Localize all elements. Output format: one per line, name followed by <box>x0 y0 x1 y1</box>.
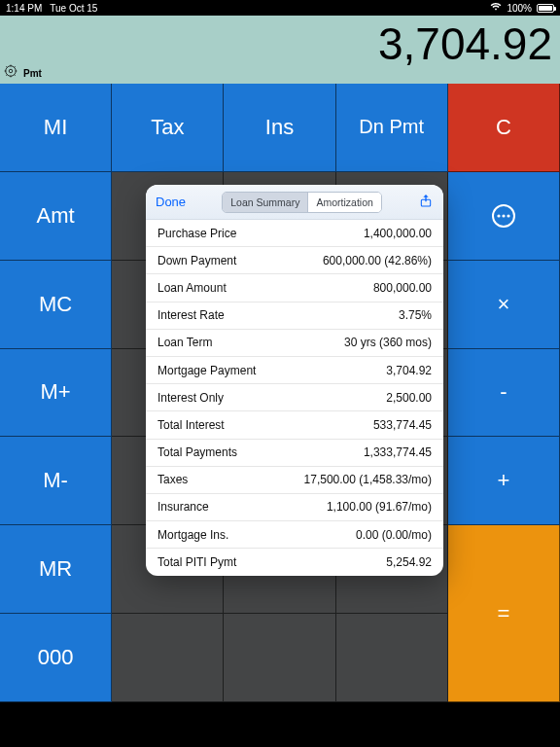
key-more[interactable] <box>448 172 560 261</box>
row-label: Taxes <box>158 473 188 486</box>
bottom-bar <box>0 702 560 747</box>
summary-rows: Purchase Price1,400,000.00 Down Payment6… <box>146 220 443 576</box>
key-plus[interactable]: + <box>448 437 560 525</box>
status-time: 1:14 PM <box>6 3 42 14</box>
table-row: Total Payments1,333,774.45 <box>146 440 443 467</box>
table-row: Loan Term30 yrs (360 mos) <box>146 330 443 357</box>
svg-point-12 <box>502 214 505 217</box>
summary-tabs: Loan Summary Amortization <box>222 192 382 213</box>
row-value: 3.75% <box>399 308 432 322</box>
row-value: 800,000.00 <box>373 281 432 295</box>
svg-point-13 <box>507 214 509 217</box>
share-icon[interactable] <box>418 193 434 212</box>
row-label: Interest Only <box>158 391 224 405</box>
row-value: 2,500.00 <box>386 391 432 405</box>
popover-header: Done Loan Summary Amortization <box>146 185 443 220</box>
row-value: 17,500.00 (1,458.33/mo) <box>304 473 432 486</box>
row-value: 3,704.92 <box>386 364 432 377</box>
key-hidden-r7c3[interactable] <box>224 614 335 702</box>
svg-line-9 <box>6 75 7 76</box>
row-value: 0.00 (0.00/mo) <box>356 528 432 542</box>
row-value: 30 yrs (360 mos) <box>344 336 432 349</box>
row-label: Mortgage Payment <box>158 364 256 377</box>
table-row: Interest Only2,500.00 <box>146 384 443 411</box>
key-multiply[interactable]: × <box>448 261 560 349</box>
battery-percent: 100% <box>507 3 532 14</box>
loan-summary-popover: Done Loan Summary Amortization Purchase … <box>146 185 443 576</box>
key-hidden-r7c2[interactable] <box>112 614 224 702</box>
row-value: 5,254.92 <box>386 555 432 569</box>
row-value: 1,400,000.00 <box>364 227 432 240</box>
table-row: Total PITI Pymt5,254.92 <box>146 549 443 576</box>
battery-icon <box>537 4 554 13</box>
svg-point-11 <box>497 214 500 217</box>
key-amt[interactable]: Amt <box>0 172 112 261</box>
key-mc[interactable]: MC <box>0 261 112 349</box>
row-label: Insurance <box>158 500 209 514</box>
key-ins[interactable]: Ins <box>224 84 335 172</box>
table-row: Purchase Price1,400,000.00 <box>146 220 443 247</box>
key-minus[interactable]: - <box>448 349 560 438</box>
svg-line-8 <box>15 66 16 67</box>
table-row: Insurance1,100.00 (91.67/mo) <box>146 494 443 521</box>
table-row: Down Payment600,000.00 (42.86%) <box>146 247 443 274</box>
mode-label: Pmt <box>23 68 42 79</box>
row-label: Total PITI Pymt <box>158 555 236 569</box>
key-mi[interactable]: MI <box>0 84 112 172</box>
status-bar: 1:14 PM Tue Oct 15 100% <box>0 0 560 16</box>
status-date: Tue Oct 15 <box>50 3 97 14</box>
svg-line-6 <box>6 66 7 67</box>
key-dnpmt[interactable]: Dn Pmt <box>336 84 448 172</box>
key-tax[interactable]: Tax <box>112 84 224 172</box>
key-equals[interactable]: = <box>448 525 560 702</box>
gear-icon[interactable] <box>4 64 18 78</box>
key-mminus[interactable]: M- <box>0 437 112 525</box>
row-label: Purchase Price <box>158 227 236 240</box>
table-row: Mortgage Payment3,704.92 <box>146 357 443 384</box>
app-screen: 1:14 PM Tue Oct 15 100% 3,704.92 Pmt MI … <box>0 0 560 747</box>
table-row: Mortgage Ins.0.00 (0.00/mo) <box>146 521 443 549</box>
row-value: 533,774.45 <box>373 418 432 432</box>
row-label: Interest Rate <box>158 308 225 322</box>
row-label: Down Payment <box>158 254 236 267</box>
svg-point-1 <box>9 69 13 73</box>
row-label: Loan Amount <box>158 281 227 295</box>
done-button[interactable]: Done <box>156 195 186 209</box>
status-right: 100% <box>490 2 554 14</box>
table-row: Interest Rate3.75% <box>146 302 443 330</box>
tab-amortization[interactable]: Amortization <box>307 193 380 212</box>
row-label: Total Interest <box>158 418 225 432</box>
row-label: Loan Term <box>158 336 212 349</box>
row-label: Total Payments <box>158 445 237 459</box>
table-row: Taxes17,500.00 (1,458.33/mo) <box>146 467 443 494</box>
key-mr[interactable]: MR <box>0 525 112 614</box>
table-row: Loan Amount800,000.00 <box>146 274 443 302</box>
row-value: 600,000.00 (42.86%) <box>323 254 432 267</box>
wifi-icon <box>490 2 502 14</box>
row-value: 1,333,774.45 <box>364 445 432 459</box>
svg-line-7 <box>15 75 16 76</box>
key-clear[interactable]: C <box>448 84 560 172</box>
calculator-display: 3,704.92 Pmt <box>0 16 560 84</box>
row-value: 1,100.00 (91.67/mo) <box>327 500 432 514</box>
row-label: Mortgage Ins. <box>158 528 228 542</box>
tab-loan-summary[interactable]: Loan Summary <box>223 193 307 212</box>
key-000[interactable]: 000 <box>0 614 112 702</box>
more-icon <box>490 202 517 230</box>
status-left: 1:14 PM Tue Oct 15 <box>6 3 97 14</box>
key-mplus[interactable]: M+ <box>0 349 112 438</box>
key-hidden-r7c4[interactable] <box>336 614 448 702</box>
display-value: 3,704.92 <box>378 18 552 70</box>
table-row: Total Interest533,774.45 <box>146 411 443 439</box>
